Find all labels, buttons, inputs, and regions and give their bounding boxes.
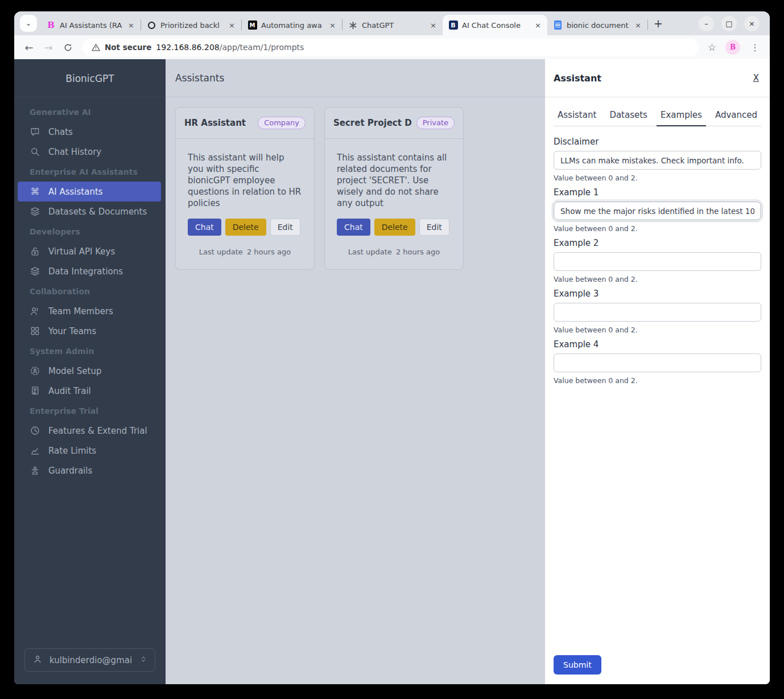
sidebar-item-ai-assistants[interactable]: ⌘ AI Assistants <box>18 182 161 202</box>
close-icon[interactable]: × <box>227 20 237 30</box>
reload-button[interactable] <box>59 38 77 56</box>
sidebar-nav: Generative AI ? Chats Chat History Enter… <box>14 97 166 480</box>
tab-bionic-documents[interactable]: bionic document × <box>547 15 647 35</box>
maximize-button[interactable]: □ <box>721 16 737 31</box>
assistant-card-secret-project: Secret Project Docum Private This assist… <box>324 107 464 270</box>
tab-automating[interactable]: M Automating awa × <box>242 15 342 35</box>
tab-search-button[interactable]: ⌄ <box>20 15 37 32</box>
docs-favicon <box>553 20 563 30</box>
tab-assistant[interactable]: Assistant <box>554 104 600 126</box>
main-content: Assistants HR Assistant Company This ass… <box>166 59 545 684</box>
chat-icon: ? <box>30 126 40 137</box>
chart-icon <box>30 445 40 456</box>
sidebar-item-label: Datasets & Documents <box>48 207 147 217</box>
example-3-input[interactable] <box>554 303 761 322</box>
grid-icon <box>30 326 40 336</box>
browser-menu-icon[interactable]: ⋮ <box>746 42 764 53</box>
delete-button[interactable]: Delete <box>225 219 266 236</box>
address-bar[interactable]: Not secure 192.168.86.208/app/team/1/pro… <box>82 39 699 56</box>
sidebar-item-rate-limits[interactable]: Rate Limits <box>14 441 166 460</box>
forward-button[interactable]: → <box>39 38 57 56</box>
back-button[interactable]: ← <box>20 38 38 56</box>
last-update-label: Last update <box>199 248 243 256</box>
example-1-input[interactable] <box>554 202 761 220</box>
card-description: This assistant contains all related docu… <box>337 152 451 209</box>
close-icon[interactable]: × <box>633 20 643 30</box>
close-icon[interactable]: × <box>328 20 337 30</box>
sidebar-item-audit-trail[interactable]: Audit Trail <box>14 381 166 401</box>
sidebar-item-guardrails[interactable]: Guardrails <box>14 460 166 480</box>
warning-triangle-icon <box>92 43 100 51</box>
person-icon <box>32 654 43 667</box>
edit-button[interactable]: Edit <box>419 219 449 236</box>
sidebar-item-model-setup[interactable]: Model Setup <box>14 361 166 381</box>
sidebar-item-chats[interactable]: ? Chats <box>14 122 166 142</box>
minimize-button[interactable]: – <box>699 16 714 31</box>
card-description: This assistant will help you with specif… <box>188 152 302 209</box>
tab-ai-assistants[interactable]: B AI Assistants (RA × <box>40 15 141 35</box>
user-account-selector[interactable]: kulbinderdio@gmail.c... <box>24 648 155 672</box>
disclaimer-input[interactable] <box>554 151 761 170</box>
sidebar-item-label: Rate Limits <box>48 446 96 456</box>
sidebar-item-label: Features & Extend Trial <box>48 426 147 436</box>
chevron-up-down-icon <box>139 655 147 666</box>
examples-form: Disclaimer Value between 0 and 2. Exampl… <box>545 126 770 655</box>
bookmark-star-icon[interactable]: ☆ <box>704 42 720 53</box>
tab-advanced[interactable]: Advanced <box>711 104 761 126</box>
chatgpt-favicon <box>348 20 358 30</box>
section-heading-enterprise-trial: Enterprise Trial <box>14 401 166 421</box>
medium-favicon: M <box>247 20 257 30</box>
close-icon[interactable]: × <box>126 20 136 30</box>
sidebar-item-datasets-documents[interactable]: Datasets & Documents <box>14 202 166 221</box>
tab-title: bionic document <box>567 21 629 30</box>
tab-datasets[interactable]: Datasets <box>605 104 651 126</box>
submit-button[interactable]: Submit <box>554 655 601 675</box>
chat-button[interactable]: Chat <box>188 219 221 236</box>
chevron-down-icon: ⌄ <box>26 19 31 27</box>
sidebar-item-virtual-api-keys[interactable]: Virtual API Keys <box>14 241 166 261</box>
visibility-badge: Private <box>416 117 455 129</box>
edit-button[interactable]: Edit <box>270 219 300 236</box>
tab-ai-chat-console-active[interactable]: B AI Chat Console × <box>443 15 547 35</box>
sidebar-item-data-integrations[interactable]: Data Integrations <box>14 261 166 281</box>
window-controls: – □ × <box>699 16 764 31</box>
chat-button[interactable]: Chat <box>337 219 370 236</box>
delete-button[interactable]: Delete <box>374 219 415 236</box>
drawer-tabs: Assistant Datasets Examples Advanced <box>554 104 761 126</box>
users-icon <box>30 306 40 316</box>
app-brand: BionicGPT <box>14 59 166 97</box>
page-url[interactable]: 192.168.86.208/app/team/1/prompts <box>156 43 304 52</box>
field-label-example-3: Example 3 <box>554 289 761 299</box>
close-window-button[interactable]: × <box>744 16 760 31</box>
audit-trail-icon <box>30 385 40 396</box>
sidebar-item-team-members[interactable]: Team Members <box>14 301 166 321</box>
security-status[interactable]: Not secure <box>105 43 151 52</box>
example-2-input[interactable] <box>554 252 761 271</box>
tab-prioritized-backlog[interactable]: Prioritized backl × <box>141 15 241 35</box>
tab-title: AI Chat Console <box>462 21 529 30</box>
sidebar-item-features-extend-trial[interactable]: Features & Extend Trial <box>14 421 166 441</box>
example-4-input[interactable] <box>554 353 761 372</box>
last-update-value: 2 hours ago <box>247 248 291 256</box>
drawer-close-button[interactable]: X <box>753 73 759 83</box>
sidebar-item-label: Audit Trail <box>48 386 91 396</box>
new-tab-button[interactable]: + <box>650 15 666 31</box>
field-label-example-1: Example 1 <box>554 187 761 198</box>
field-label-example-4: Example 4 <box>554 339 761 350</box>
profile-avatar[interactable]: B <box>725 40 740 55</box>
sidebar-item-chat-history[interactable]: Chat History <box>14 142 166 162</box>
tab-chatgpt[interactable]: ChatGPT × <box>343 15 443 35</box>
tab-title: Prioritized backl <box>160 21 223 30</box>
close-icon[interactable]: × <box>533 20 543 30</box>
sidebar-item-label: Data Integrations <box>48 266 123 277</box>
tab-examples[interactable]: Examples <box>657 104 706 126</box>
browser-toolbar: ← → Not secure 192.168.86.208/app/team/1… <box>14 35 770 59</box>
sidebar-item-your-teams[interactable]: Your Teams <box>14 321 166 341</box>
bionic-navy-b-favicon: B <box>448 20 458 30</box>
sidebar-item-label: Chats <box>48 127 73 137</box>
close-icon[interactable]: × <box>428 20 438 30</box>
search-icon <box>30 146 40 157</box>
last-update-label: Last update <box>348 248 392 256</box>
sidebar-item-label: Chat History <box>48 147 101 157</box>
sidebar-item-label: Team Members <box>48 306 113 316</box>
